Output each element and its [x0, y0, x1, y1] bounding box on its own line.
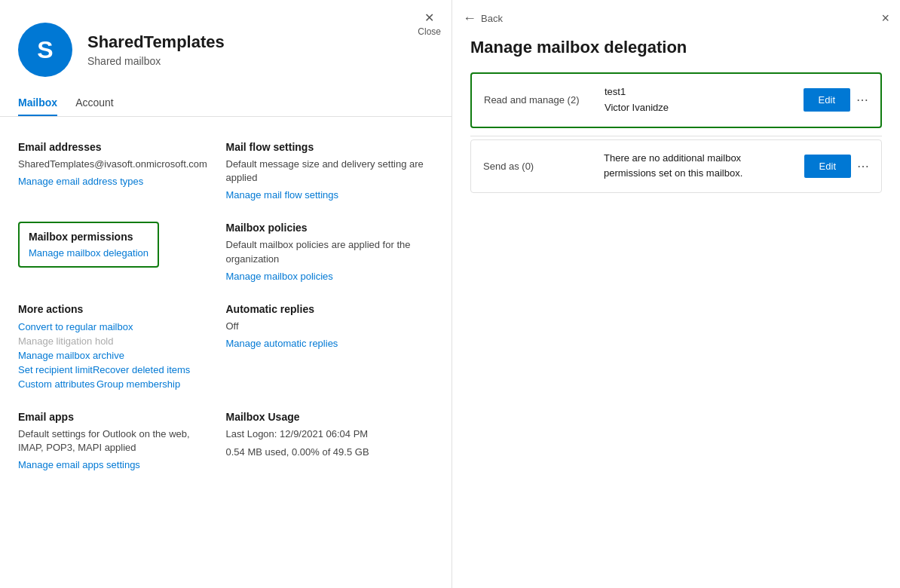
- email-addresses-value: SharedTemplates@ivasoft.onmicrosoft.com: [18, 158, 217, 171]
- mail-flow-description: Default message size and delivery settin…: [226, 158, 425, 185]
- delegation-read-manage-users: test1 Victor Ivanidze: [605, 84, 794, 116]
- convert-regular-mailbox-link[interactable]: Convert to regular mailbox: [18, 321, 133, 332]
- recover-deleted-items-link[interactable]: Recover deleted items: [93, 364, 190, 375]
- delegation-send-as-edit-button[interactable]: Edit: [804, 155, 851, 178]
- content-grid: Email addresses SharedTemplates@ivasoft.…: [0, 117, 452, 498]
- delegation-read-manage-label: Read and manage (2): [484, 94, 605, 106]
- more-actions-title: More actions: [18, 303, 217, 315]
- mailbox-policies-title: Mailbox policies: [226, 222, 425, 234]
- back-button[interactable]: ← Back: [463, 11, 503, 26]
- custom-attributes-link[interactable]: Custom attributes: [18, 378, 95, 390]
- automatic-replies-title: Automatic replies: [226, 303, 425, 315]
- mailbox-usage-logon: Last Logon: 12/9/2021 06:04 PM: [226, 427, 425, 441]
- mail-flow-title: Mail flow settings: [226, 141, 425, 153]
- delegation-row-send-as: Send as (0) There are no additional mail…: [470, 139, 882, 194]
- mailbox-permissions-title: Mailbox permissions: [29, 231, 148, 243]
- right-close-button[interactable]: ×: [881, 11, 889, 26]
- close-label: Close: [418, 26, 441, 37]
- left-close-button[interactable]: ✕ Close: [418, 11, 441, 37]
- right-panel: ← Back × Manage mailbox delegation Read …: [452, 0, 900, 588]
- mailbox-usage-title: Mailbox Usage: [226, 411, 425, 423]
- mailbox-policies-description: Default mailbox policies are applied for…: [226, 238, 425, 265]
- back-label: Back: [481, 13, 503, 24]
- section-mailbox-usage: Mailbox Usage Last Logon: 12/9/2021 06:0…: [226, 402, 434, 482]
- more-actions-links: Convert to regular mailbox Manage litiga…: [18, 320, 217, 390]
- delegation-send-as-label: Send as (0): [483, 161, 604, 172]
- automatic-replies-status: Off: [226, 320, 425, 333]
- avatar: S: [18, 23, 72, 77]
- manage-mailbox-delegation-link[interactable]: Manage mailbox delegation: [29, 247, 148, 259]
- back-arrow-icon: ←: [463, 11, 476, 26]
- email-apps-title: Email apps: [18, 411, 217, 423]
- email-apps-description: Default settings for Outlook on the web,…: [18, 427, 217, 455]
- close-icon: ✕: [424, 11, 434, 25]
- email-addresses-title: Email addresses: [18, 141, 217, 153]
- tab-mailbox[interactable]: Mailbox: [18, 89, 57, 116]
- right-close-icon: ×: [881, 11, 889, 26]
- tab-account[interactable]: Account: [75, 89, 114, 116]
- mailbox-header: S SharedTemplates Shared mailbox: [0, 0, 452, 89]
- mailbox-usage-size: 0.54 MB used, 0.00% of 49.5 GB: [226, 446, 425, 459]
- delegation-row-read-manage: Read and manage (2) test1 Victor Ivanidz…: [470, 72, 882, 128]
- set-recipient-limit-link[interactable]: Set recipient limit: [18, 364, 93, 375]
- section-email-addresses: Email addresses SharedTemplates@ivasoft.…: [18, 132, 226, 213]
- group-membership-link[interactable]: Group membership: [96, 378, 180, 390]
- section-more-actions: More actions Convert to regular mailbox …: [18, 294, 226, 402]
- section-mail-flow: Mail flow settings Default message size …: [226, 132, 434, 213]
- manage-mailbox-archive-link[interactable]: Manage mailbox archive: [18, 350, 124, 361]
- mailbox-info: SharedTemplates Shared mailbox: [87, 32, 225, 67]
- delegation-send-as-text: There are no additional mailbox permissi…: [604, 151, 795, 182]
- left-panel: ✕ Close S SharedTemplates Shared mailbox…: [0, 0, 452, 588]
- manage-mailbox-policies-link[interactable]: Manage mailbox policies: [226, 271, 425, 282]
- delegation-separator: [470, 136, 882, 136]
- permissions-highlight-box: Mailbox permissions Manage mailbox deleg…: [18, 222, 159, 268]
- mailbox-type: Shared mailbox: [87, 55, 225, 67]
- mailbox-name: SharedTemplates: [87, 32, 225, 52]
- delegation-read-manage-edit-button[interactable]: Edit: [804, 88, 850, 112]
- section-automatic-replies: Automatic replies Off Manage automatic r…: [226, 294, 434, 402]
- section-mailbox-policies: Mailbox policies Default mailbox policie…: [226, 213, 434, 293]
- manage-mail-flow-link[interactable]: Manage mail flow settings: [226, 189, 425, 201]
- section-mailbox-permissions: Mailbox permissions Manage mailbox deleg…: [18, 213, 226, 293]
- manage-email-address-types-link[interactable]: Manage email address types: [18, 176, 217, 187]
- manage-automatic-replies-link[interactable]: Manage automatic replies: [226, 338, 425, 349]
- delegation-read-manage-more-icon[interactable]: ⋯: [856, 93, 868, 107]
- tabs-row: Mailbox Account: [0, 89, 452, 117]
- section-email-apps: Email apps Default settings for Outlook …: [18, 402, 226, 482]
- manage-email-apps-link[interactable]: Manage email apps settings: [18, 459, 217, 470]
- manage-litigation-hold-link: Manage litigation hold: [18, 335, 113, 347]
- right-panel-title: Manage mailbox delegation: [452, 0, 900, 72]
- delegation-send-as-more-icon[interactable]: ⋯: [857, 159, 869, 173]
